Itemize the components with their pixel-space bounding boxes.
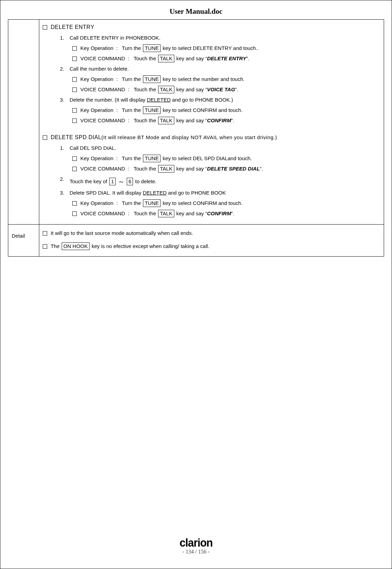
vc-command: DELETE ENTRY	[207, 55, 246, 61]
step-number: 2.	[60, 174, 70, 188]
step-number: 2.	[60, 64, 70, 74]
checkbox-icon	[72, 77, 77, 82]
checkbox-icon	[72, 211, 77, 216]
keycap-talk: TALK	[158, 55, 174, 62]
keyop-text-pre: Turn the	[122, 200, 142, 206]
vc-pre: Touch the	[134, 86, 157, 92]
vc-label: VOICE COMMAND	[80, 117, 125, 123]
section-heading: DELETE SPD DIAL(It will release BT Mode …	[51, 134, 277, 140]
t-post: and go to PHONE BOOK.)	[171, 97, 233, 103]
step-text: Delete the number. (It will display DELE…	[70, 95, 380, 105]
step-item: 2. Call the number to delete.	[60, 64, 380, 74]
keycap-talk: TALK	[158, 117, 174, 124]
sub-keyop: Key Operation : Turn the TUNE key to sel…	[72, 153, 380, 164]
sub-keyop: Key Operation : Turn the TUNE key to sel…	[72, 198, 380, 208]
vc-end: ”.	[260, 166, 263, 172]
checkbox-icon	[72, 56, 77, 61]
keyop-text-post: key to select the number and touch.	[161, 76, 245, 82]
keycap-talk: TALK	[158, 165, 174, 173]
keycap-talk: TALK	[158, 86, 174, 93]
sub-voice: VOICE COMMAND : Touch the TALK key and s…	[72, 208, 380, 219]
sub-voice: VOICE COMMAND : Touch the TALK key and s…	[72, 53, 380, 64]
keyop-text-pre: Turn the	[122, 45, 142, 51]
row-label-empty	[8, 20, 39, 225]
step-text: Call DELETE ENTRY in PHONEBOOK.	[70, 33, 380, 43]
sub-keyop: Key Operation : Turn the TUNE key to sel…	[72, 43, 380, 53]
t-pre: Touch the key of	[70, 178, 109, 184]
vc-command: DELETE SPEED DIAL	[207, 166, 260, 172]
detail-line-2: The ON HOOK key is no efective except wh…	[43, 241, 380, 251]
checkbox-icon	[72, 108, 77, 113]
step-item: 1. Call DELETE ENTRY in PHONEBOOK.	[60, 33, 380, 43]
t-underline: DELETED	[143, 190, 167, 196]
keycap-talk: TALK	[158, 210, 174, 217]
step-text: Call DEL SPD DIAL.	[70, 143, 380, 153]
vc-mid: key and say “	[175, 166, 207, 172]
keyop-text-pre: Turn the	[122, 76, 142, 82]
section-delete-entry: DELETE ENTRY	[43, 22, 380, 33]
vc-mid: key and say “	[175, 210, 207, 216]
checkbox-icon	[43, 25, 47, 30]
checkbox-icon	[72, 167, 77, 171]
step-text: Touch the key of 1 ～ 6 to delete.	[70, 174, 380, 188]
checkbox-icon	[72, 156, 77, 161]
keyop-text-post: key to select CONFIRM and touch.	[161, 107, 243, 113]
vc-command: VOICE TAG	[207, 86, 235, 92]
step-item: 3. Delete the number. (It will display D…	[60, 95, 380, 105]
h-post: (It will release BT Mode and display NOT…	[101, 134, 277, 140]
brand-logo: clarion	[179, 536, 213, 549]
sub-voice: VOICE COMMAND : Touch the TALK key and s…	[72, 164, 380, 174]
checkbox-icon	[72, 201, 77, 206]
vc-end: ”.	[246, 55, 249, 61]
keyop-label: Key Operation	[80, 45, 113, 51]
keyop-text-pre: Turn the	[122, 155, 142, 161]
step-number: 1.	[60, 143, 70, 153]
h-pre: DELETE SPD DIAL	[51, 134, 101, 140]
vc-pre: Touch the	[134, 166, 157, 172]
vc-command: CONFIRM	[207, 210, 231, 216]
checkbox-icon	[72, 118, 77, 123]
step-text: Delete SPD DIAL. It will display DELETED…	[70, 188, 380, 198]
keycap-1: 1	[109, 178, 115, 185]
vc-mid: key and say “	[175, 117, 207, 123]
keycap-tune: TUNE	[143, 75, 161, 83]
tilde-icon: ～	[118, 178, 125, 185]
vc-end: ”.	[235, 86, 238, 92]
detail-content-cell: It will go to the last source mode autom…	[39, 225, 384, 257]
page-footer: clarion - 134 / 156 -	[0, 536, 392, 555]
keycap-tune: TUNE	[143, 106, 161, 114]
keyop-text-post: key to select DELETE ENTRY and touch..	[161, 45, 259, 51]
document-title: User Manual.doc	[8, 7, 384, 16]
checkbox-icon	[43, 135, 47, 140]
detail-label-cell: Detail	[8, 225, 39, 257]
t-pre: Delete the number. (It will display	[70, 97, 147, 103]
step-number: 1.	[60, 33, 70, 43]
detail-line-1: It will go to the last source mode autom…	[43, 228, 380, 238]
t-post: and go to PHONE BOOK	[167, 190, 226, 196]
vc-label: VOICE COMMAND	[80, 55, 125, 61]
checkbox-icon	[72, 87, 77, 92]
vc-end: ”.	[231, 210, 234, 216]
vc-command: CONFIRM	[207, 117, 231, 123]
page-number: - 134 / 156 -	[0, 549, 392, 555]
keyop-label: Key Operation	[80, 200, 113, 206]
keyop-label: Key Operation	[80, 76, 113, 82]
sub-keyop: Key Operation : Turn the TUNE key to sel…	[72, 74, 380, 84]
checkbox-icon	[43, 244, 47, 249]
keycap-tune: TUNE	[143, 44, 161, 52]
sub-voice: VOICE COMMAND : Touch the TALK key and s…	[72, 84, 380, 95]
keyop-label: Key Operation	[80, 107, 113, 113]
vc-end: ”.	[231, 117, 234, 123]
detail-text-2-pre: The	[51, 243, 61, 249]
keycap-on-hook: ON HOOK	[62, 242, 90, 250]
sub-keyop: Key Operation : Turn the TUNE key to sel…	[72, 105, 380, 115]
keycap-tune: TUNE	[143, 199, 161, 207]
vc-pre: Touch the	[134, 117, 157, 123]
section-heading: DELETE ENTRY	[51, 24, 94, 30]
section-delete-spd-dial: DELETE SPD DIAL(It will release BT Mode …	[43, 132, 380, 143]
t-pre: Delete SPD DIAL. It will display	[70, 190, 143, 196]
vc-pre: Touch the	[134, 55, 157, 61]
keyop-text-pre: Turn the	[122, 107, 142, 113]
keycap-tune: TUNE	[143, 155, 161, 162]
step-number: 3.	[60, 188, 70, 198]
